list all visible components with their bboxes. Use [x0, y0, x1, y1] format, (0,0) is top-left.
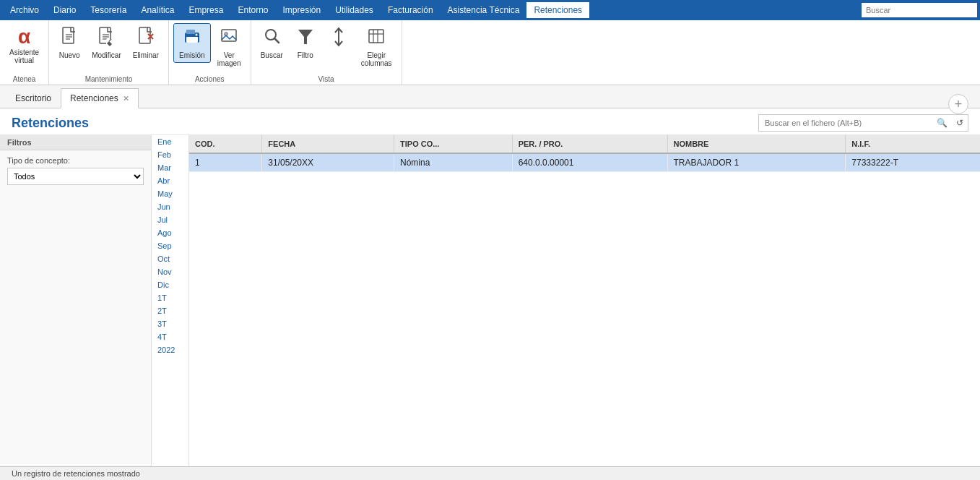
menu-search-input[interactable]	[862, 3, 977, 17]
asistente-icon: α	[18, 27, 30, 47]
month-item-ago[interactable]: Ago	[152, 226, 188, 239]
month-item-1t[interactable]: 1T	[152, 291, 188, 304]
svg-rect-17	[222, 30, 236, 41]
elegir-columnas-label: Elegircolumnas	[361, 51, 392, 67]
ribbon-btn-asistente-virtual[interactable]: α Asistentevirtual	[4, 23, 44, 68]
nuevo-icon	[61, 27, 78, 50]
asistente-label: Asistentevirtual	[9, 48, 39, 64]
ribbon-btn-filtro[interactable]: Filtro	[290, 23, 321, 63]
svg-line-20	[274, 38, 279, 43]
nuevo-label: Nuevo	[59, 51, 80, 59]
col-header-nombre[interactable]: NOMBRE	[667, 135, 846, 153]
ribbon-group-mantenimiento: Nuevo Modificar Eliminar Mantenimiento	[49, 20, 169, 85]
sidebar-tipo-concepto-select[interactable]: Todos Nómina Factura Otros	[7, 168, 144, 185]
tab-escritorio-label: Escritorio	[15, 93, 51, 103]
month-item-sep[interactable]: Sep	[152, 239, 188, 252]
ver-imagen-icon	[220, 27, 238, 50]
ribbon-group-vista: Buscar Filtro Elegircolumnas V	[251, 20, 402, 85]
month-nav: EneFebMarAbrMayJunJulAgoSepOctNovDic1T2T…	[152, 135, 189, 480]
month-item-mar[interactable]: Mar	[152, 161, 188, 174]
sidebar-section-title: Filtros	[0, 135, 151, 150]
table-row[interactable]: 131/05/20XXNómina640.0.0.00001TRABAJADOR…	[189, 153, 980, 172]
refresh-icon[interactable]: ↺	[952, 115, 968, 131]
sidebar-tipo-concepto-field: Tipo de concepto: Todos Nómina Factura O…	[0, 150, 151, 191]
filtro-icon	[297, 27, 314, 50]
ver-imagen-label: Verimagen	[217, 51, 241, 67]
month-item-3t[interactable]: 3T	[152, 317, 188, 330]
sidebar-tipo-concepto-label: Tipo de concepto:	[7, 156, 144, 165]
tab-retenciones-label: Retenciones	[70, 93, 118, 103]
menu-analitica[interactable]: Analítica	[134, 2, 181, 18]
tab-retenciones-close[interactable]: ✕	[123, 94, 129, 103]
ribbon-group-atenea: α Asistentevirtual Atenea	[0, 20, 49, 85]
sidebar: Filtros Tipo de concepto: Todos Nómina F…	[0, 135, 152, 480]
month-item-2022[interactable]: 2022	[152, 343, 188, 356]
ribbon-btn-nuevo[interactable]: Nuevo	[53, 23, 85, 63]
month-item-may[interactable]: May	[152, 187, 188, 200]
ribbon-btn-sort[interactable]	[323, 23, 355, 55]
col-header-tipo_co[interactable]: TIPO CO...	[394, 135, 513, 153]
month-item-ene[interactable]: Ene	[152, 135, 188, 148]
month-item-dic[interactable]: Dic	[152, 278, 188, 291]
retenciones-table: COD.FECHATIPO CO...PER. / PRO.NOMBREN.I.…	[189, 135, 980, 172]
modificar-label: Modificar	[92, 51, 121, 59]
menu-bar: Archivo Diario Tesorería Analítica Empre…	[0, 0, 980, 20]
ribbon-btn-emision[interactable]: Emisión	[173, 23, 211, 63]
col-header-fecha[interactable]: FECHA	[262, 135, 394, 153]
search-icon[interactable]: 🔍	[932, 115, 952, 131]
menu-archivo[interactable]: Archivo	[3, 2, 46, 18]
svg-rect-14	[186, 37, 198, 43]
page-title: Retenciones	[12, 116, 89, 131]
ribbon-group-vista-label: Vista	[318, 74, 334, 83]
status-text: Un registro de retenciones mostrado	[12, 469, 140, 478]
search-box: 🔍 ↺	[758, 114, 968, 132]
month-item-jun[interactable]: Jun	[152, 200, 188, 213]
menu-entorno[interactable]: Entorno	[230, 2, 275, 18]
emision-icon	[182, 27, 202, 50]
cell-nombre: TRABAJADOR 1	[667, 153, 846, 172]
sort-icon	[333, 27, 344, 50]
menu-facturacion[interactable]: Facturación	[381, 2, 441, 18]
ribbon-btn-ver-imagen[interactable]: Verimagen	[212, 23, 246, 71]
menu-impresion[interactable]: Impresión	[275, 2, 328, 18]
ribbon-group-mantenimiento-label: Mantenimiento	[85, 74, 133, 83]
month-item-feb[interactable]: Feb	[152, 148, 188, 161]
month-item-nov[interactable]: Nov	[152, 265, 188, 278]
menu-search-area	[862, 3, 977, 17]
svg-marker-21	[298, 30, 313, 44]
menu-empresa[interactable]: Empresa	[181, 2, 230, 18]
elegir-columnas-icon	[368, 27, 385, 50]
ribbon-btn-modificar[interactable]: Modificar	[87, 23, 126, 63]
tab-escritorio[interactable]: Escritorio	[6, 88, 61, 108]
ribbon-btn-buscar[interactable]: Buscar	[256, 23, 288, 63]
ribbon-btn-eliminar[interactable]: Eliminar	[128, 23, 164, 63]
menu-retenciones[interactable]: Retenciones	[526, 2, 589, 18]
col-header-per_pro[interactable]: PER. / PRO.	[512, 135, 667, 153]
month-item-jul[interactable]: Jul	[152, 213, 188, 226]
svg-point-16	[195, 34, 197, 36]
table-area: COD.FECHATIPO CO...PER. / PRO.NOMBREN.I.…	[189, 135, 980, 480]
cell-cod: 1	[189, 153, 262, 172]
menu-diario[interactable]: Diario	[46, 2, 83, 18]
month-item-2t[interactable]: 2T	[152, 304, 188, 317]
cell-tipo_co: Nómina	[394, 153, 513, 172]
table-header-row: COD.FECHATIPO CO...PER. / PRO.NOMBREN.I.…	[189, 135, 980, 153]
ribbon-btn-elegir-columnas[interactable]: Elegircolumnas	[356, 23, 397, 71]
col-header-nif[interactable]: N.I.F.	[846, 135, 980, 153]
month-item-abr[interactable]: Abr	[152, 174, 188, 187]
search-input[interactable]	[759, 116, 932, 130]
cell-nif: 77333222-T	[846, 153, 980, 172]
fab-button[interactable]: +	[948, 94, 968, 114]
month-item-4t[interactable]: 4T	[152, 330, 188, 343]
menu-tesoreria[interactable]: Tesorería	[83, 2, 134, 18]
menu-asistencia[interactable]: Asistencia Técnica	[441, 2, 527, 18]
filtro-label: Filtro	[298, 51, 313, 59]
month-item-oct[interactable]: Oct	[152, 252, 188, 265]
tab-retenciones[interactable]: Retenciones ✕	[61, 88, 139, 108]
svg-rect-15	[186, 30, 195, 34]
ribbon-group-acciones-label: Acciones	[195, 74, 225, 83]
col-header-cod[interactable]: COD.	[189, 135, 262, 153]
main-content: Retenciones 🔍 ↺ Filtros Tipo de concepto…	[0, 108, 980, 480]
cell-per_pro: 640.0.0.00001	[512, 153, 667, 172]
menu-utilidades[interactable]: Utilidades	[328, 2, 381, 18]
